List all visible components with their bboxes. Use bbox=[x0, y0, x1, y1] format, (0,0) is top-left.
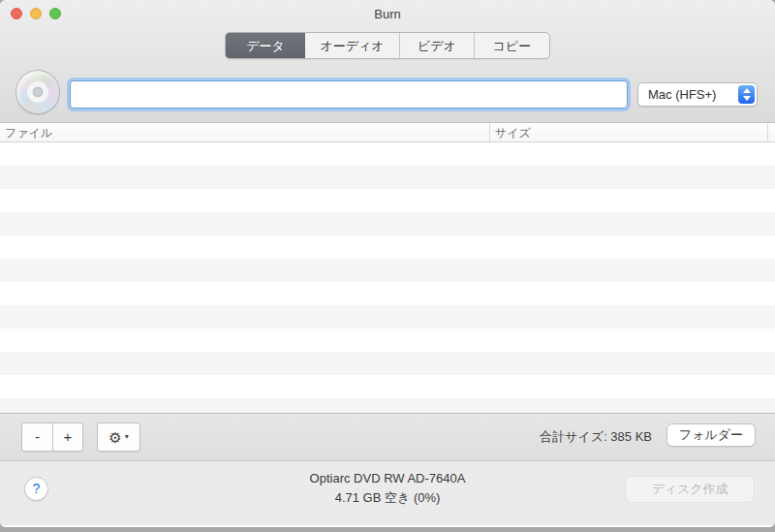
table-header: ファイル サイズ bbox=[0, 123, 775, 142]
disc-name-input[interactable] bbox=[70, 80, 628, 109]
file-list[interactable] bbox=[0, 142, 775, 413]
column-divider[interactable] bbox=[489, 123, 490, 141]
tab-row: データ オーディオ ビデオ コピー bbox=[0, 32, 775, 59]
app-window: Burn データ オーディオ ビデオ コピー Mac (HFS+) ファイル サ… bbox=[0, 0, 775, 527]
add-item-button[interactable]: + bbox=[52, 423, 82, 451]
tab-copy[interactable]: コピー bbox=[474, 33, 549, 58]
window-chrome: Burn データ オーディオ ビデオ コピー Mac (HFS+) bbox=[0, 0, 775, 123]
column-header-file[interactable]: ファイル bbox=[5, 123, 52, 142]
titlebar: Burn bbox=[0, 0, 775, 27]
tab-video[interactable]: ビデオ bbox=[399, 33, 474, 58]
drive-status: Optiarc DVD RW AD-7640A 4.71 GB 空き (0%) bbox=[194, 471, 581, 507]
column-header-size[interactable]: サイズ bbox=[495, 123, 531, 142]
free-space-label: 4.71 GB 空き (0%) bbox=[194, 489, 581, 507]
format-dropdown-value: Mac (HFS+) bbox=[648, 87, 716, 102]
bottom-toolbar: - + ⚙ ▾ 合計サイズ: 385 KB フォルダー bbox=[0, 413, 775, 460]
dropdown-stepper-icon bbox=[738, 85, 755, 104]
tab-data[interactable]: データ bbox=[226, 33, 305, 58]
action-menu-button[interactable]: ⚙ ▾ bbox=[97, 422, 140, 452]
chevron-down-icon: ▾ bbox=[125, 433, 129, 441]
total-size-label: 合計サイズ: 385 KB bbox=[540, 414, 652, 460]
column-divider-right bbox=[767, 123, 768, 141]
window-title: Burn bbox=[0, 0, 775, 27]
mode-segmented-control: データ オーディオ ビデオ コピー bbox=[225, 32, 550, 59]
tab-audio[interactable]: オーディオ bbox=[305, 33, 399, 58]
add-remove-group: - + bbox=[21, 422, 83, 452]
new-folder-button[interactable]: フォルダー bbox=[666, 423, 756, 447]
status-bar: ? Optiarc DVD RW AD-7640A 4.71 GB 空き (0%… bbox=[0, 460, 775, 525]
drive-name-label: Optiarc DVD RW AD-7640A bbox=[194, 471, 581, 485]
help-button[interactable]: ? bbox=[24, 477, 48, 501]
burn-disc-button[interactable]: ディスク作成 bbox=[625, 476, 755, 503]
format-dropdown[interactable]: Mac (HFS+) bbox=[637, 82, 758, 107]
gear-icon: ⚙ bbox=[108, 430, 121, 445]
remove-item-button[interactable]: - bbox=[22, 423, 52, 451]
disc-icon bbox=[16, 70, 60, 114]
